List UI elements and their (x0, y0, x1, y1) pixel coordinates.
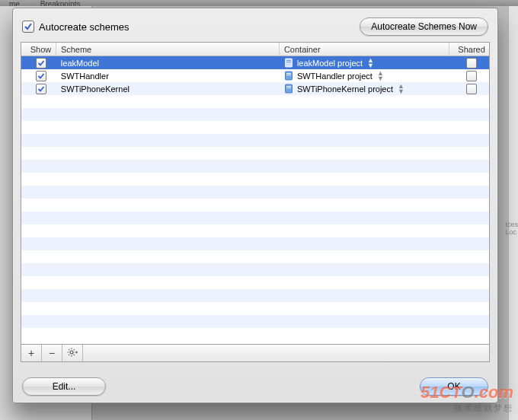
stepper-arrows-icon[interactable]: ▲▼ (377, 71, 384, 81)
edit-button[interactable]: Edit... (22, 377, 106, 396)
scheme-actions-menu-button[interactable] (62, 345, 83, 361)
container-cell (280, 289, 449, 302)
add-scheme-button[interactable]: + (21, 345, 42, 361)
container-name: SWTiPhoneKernel project (297, 84, 393, 94)
svg-line-15 (74, 354, 75, 355)
watermark-subtitle: 技术成就梦想 (399, 402, 513, 414)
show-cell (21, 212, 56, 224)
shared-cell (449, 108, 489, 121)
show-cell[interactable] (21, 56, 56, 69)
container-name: leakModel project (297, 59, 363, 68)
svg-rect-0 (285, 59, 292, 67)
scheme-cell[interactable]: SWTHandler (56, 69, 280, 82)
show-cell (21, 95, 56, 108)
shared-cell (449, 315, 489, 328)
scheme-cell (56, 315, 280, 328)
scheme-cell (56, 250, 280, 263)
container-cell (280, 95, 449, 108)
table-row (21, 315, 489, 328)
background-toolbar: me Breakpoints (0, 0, 518, 6)
container-cell (280, 302, 449, 315)
show-cell (21, 186, 56, 199)
table-row[interactable]: SWTiPhoneKernelSWTiPhoneKernel project▲▼ (21, 82, 489, 95)
container-cell (280, 224, 449, 237)
scheme-cell (56, 95, 280, 108)
xcode-project-icon (284, 84, 294, 94)
show-cell (21, 147, 56, 160)
show-cell (21, 224, 56, 237)
stepper-arrows-icon[interactable]: ▲▼ (367, 58, 374, 68)
background-hint-text: tces Loc (505, 221, 518, 236)
show-cell (21, 289, 56, 302)
shared-cell (449, 302, 489, 315)
scheme-cell[interactable]: leakModel (56, 56, 280, 69)
table-row (21, 302, 489, 315)
table-row[interactable]: SWTHandlerSWTHandler project▲▼ (21, 69, 489, 82)
container-cell (280, 121, 449, 134)
container-cell[interactable]: leakModel project▲▼ (280, 56, 449, 69)
sheet-top-bar: Autocreate schemes Autocreate Schemes No… (21, 16, 490, 42)
background-right-panel (508, 6, 518, 420)
shared-cell[interactable] (449, 69, 489, 82)
column-header-container[interactable]: Container (280, 43, 449, 56)
scheme-cell (56, 147, 280, 160)
table-row (21, 328, 489, 341)
column-header-scheme[interactable]: Scheme (56, 43, 280, 56)
table-footer-toolbar: + − (21, 345, 490, 362)
shared-checkbox[interactable] (466, 84, 477, 94)
plus-icon: + (28, 347, 34, 359)
shared-cell (449, 186, 489, 199)
shared-checkbox[interactable] (466, 58, 477, 68)
scheme-name: SWTHandler (61, 72, 109, 81)
table-row[interactable]: leakModelleakModel project▲▼ (21, 56, 489, 69)
show-checkbox[interactable] (36, 84, 46, 94)
table-row (21, 108, 489, 121)
minus-icon: − (49, 347, 55, 359)
autocreate-schemes-checkbox[interactable]: Autocreate schemes (22, 21, 130, 33)
shared-cell (449, 250, 489, 263)
scheme-cell[interactable]: SWTiPhoneKernel (56, 82, 280, 95)
shared-checkbox[interactable] (466, 71, 477, 81)
shared-cell (449, 212, 489, 224)
show-cell[interactable] (21, 69, 56, 82)
svg-rect-1 (286, 60, 291, 61)
show-checkbox[interactable] (36, 58, 46, 68)
show-cell (21, 121, 56, 134)
xcode-project-icon (284, 71, 294, 81)
column-header-show[interactable]: Show (21, 43, 56, 56)
svg-line-17 (74, 349, 75, 350)
show-cell (21, 315, 56, 328)
shared-cell (449, 224, 489, 237)
shared-cell[interactable] (449, 56, 489, 69)
container-cell[interactable]: SWTiPhoneKernel project▲▼ (280, 82, 449, 95)
container-cell (280, 147, 449, 160)
autocreate-schemes-now-button[interactable]: Autocreate Schemes Now (360, 18, 488, 36)
shared-cell (449, 160, 489, 173)
table-row (21, 199, 489, 212)
table-row (21, 121, 489, 134)
scheme-cell (56, 186, 280, 199)
container-cell[interactable]: SWTHandler project▲▼ (280, 69, 449, 82)
scheme-cell (56, 276, 280, 289)
show-cell (21, 276, 56, 289)
scheme-cell (56, 289, 280, 302)
svg-rect-5 (286, 75, 291, 75)
svg-rect-6 (285, 84, 292, 93)
column-header-shared[interactable]: Shared (449, 43, 489, 56)
schemes-table: Show Scheme Container Shared leakModelle… (21, 42, 490, 345)
table-row (21, 237, 489, 250)
scheme-cell (56, 237, 280, 250)
stepper-arrows-icon[interactable]: ▲▼ (398, 84, 404, 94)
show-cell[interactable] (21, 82, 56, 95)
show-cell (21, 134, 56, 147)
remove-scheme-button[interactable]: − (42, 345, 62, 361)
scheme-name: SWTiPhoneKernel (61, 84, 130, 94)
ok-button[interactable]: OK (420, 377, 488, 396)
show-checkbox[interactable] (36, 71, 46, 81)
xcode-project-icon (284, 58, 294, 68)
table-row (21, 250, 489, 263)
shared-cell[interactable] (449, 82, 489, 95)
show-cell (21, 250, 56, 263)
container-cell (280, 237, 449, 250)
scheme-cell (56, 160, 280, 173)
